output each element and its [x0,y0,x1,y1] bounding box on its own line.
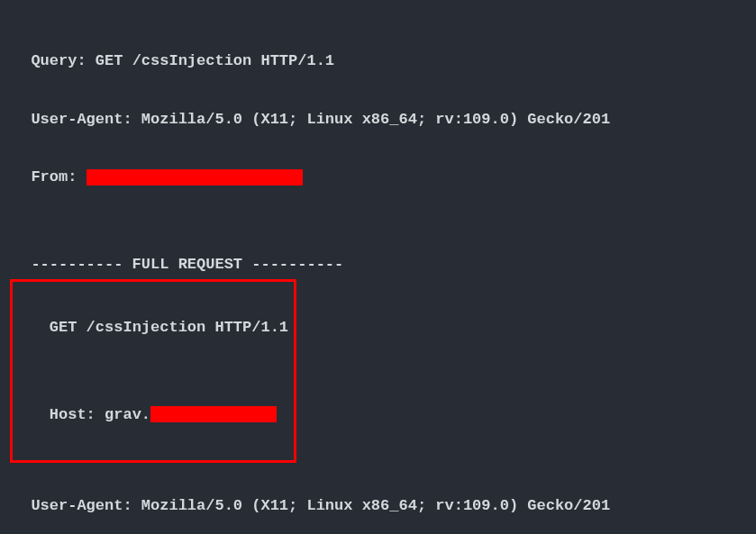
from-redacted [87,169,303,186]
full-request-divider: ---------- FULL REQUEST ---------- [13,222,743,280]
query-label: Query: [31,52,95,69]
query-value: GET /cssInjection HTTP/1.1 [96,52,334,69]
host-prefix: grav. [105,406,150,423]
host-label: Host: [50,406,105,423]
from-label: From: [31,168,86,186]
host-redacted [150,406,277,422]
accept-line: Accept: text/css,*/*;q=0.1 [13,521,743,534]
host-line: Host: grav. [13,371,288,458]
useragent-value-req: Mozilla/5.0 (X11; Linux x86_64; rv:109.0… [141,497,610,514]
request-line-text: GET /cssInjection HTTP/1.1 [50,319,288,336]
useragent-label: User-Agent: [31,111,141,128]
useragent-request-line: User-Agent: Mozilla/5.0 (X11; Linux x86_… [13,463,743,521]
blank-spacer [13,193,743,222]
highlighted-request-box: GET /cssInjection HTTP/1.1 Host: grav. [10,279,296,463]
divider-text: ---------- FULL REQUEST ---------- [31,256,343,273]
request-line: GET /cssInjection HTTP/1.1 [13,284,288,371]
from-line: From: [13,134,743,193]
useragent-value: Mozilla/5.0 (X11; Linux x86_64; rv:109.0… [141,111,610,128]
query-line: Query: GET /cssInjection HTTP/1.1 [13,18,743,77]
useragent-summary-line: User-Agent: Mozilla/5.0 (X11; Linux x86_… [13,77,743,135]
useragent-label-req: User-Agent: [31,497,141,514]
